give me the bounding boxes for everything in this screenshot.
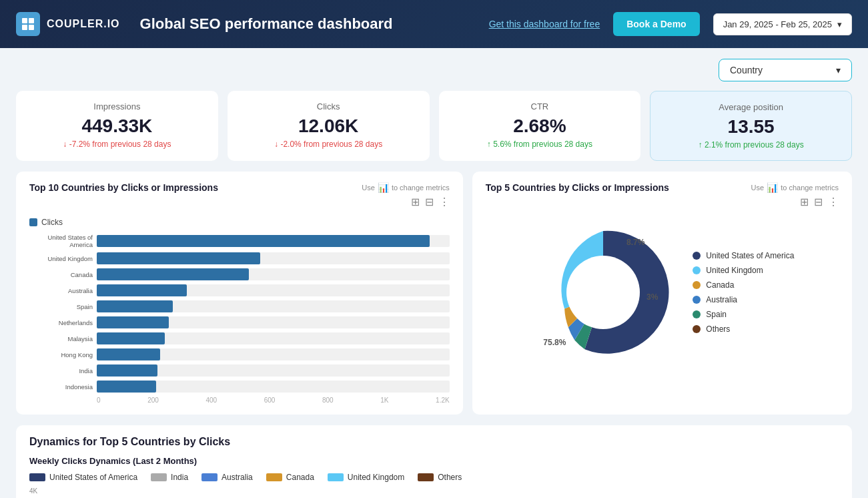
bar-fill (97, 332, 165, 344)
ctr-label: CTR (452, 101, 628, 111)
canada-legend-dot (693, 281, 701, 289)
legend-item-canada: Canada (693, 280, 794, 290)
others-legend-dot (693, 325, 701, 333)
bar-label: India (29, 367, 93, 375)
donut-label-3: 3% (646, 292, 658, 302)
bar-label: Netherlands (29, 319, 93, 326)
line-legend-item: United Kingdom (328, 473, 404, 482)
bar-row: Spain (29, 300, 450, 312)
spain-legend-label: Spain (706, 310, 727, 319)
usa-legend-dot (693, 252, 701, 260)
donut-chart-icon[interactable]: ⊞ (800, 196, 809, 208)
legend-item-others: Others (693, 324, 794, 334)
donut-area: 75.8% 8.7% 3% United States of America U… (486, 212, 839, 366)
canada-legend-label: Canada (706, 280, 734, 290)
dropdown-arrow-icon: ▾ (836, 65, 841, 75)
bar-track (97, 300, 450, 312)
donut-chart-metric-icon: 📊 (767, 182, 778, 193)
bar-fill (97, 364, 157, 377)
impressions-label: Impressions (29, 101, 205, 111)
clicks-legend-dot (29, 218, 37, 226)
svg-rect-2 (22, 25, 27, 30)
bar-track (97, 316, 450, 328)
down-arrow-icon (63, 140, 67, 149)
legend-item-australia: Australia (693, 295, 794, 304)
up-arrow-icon (487, 140, 491, 149)
bar-track (97, 332, 450, 344)
clicks-value: 12.06K (241, 115, 416, 137)
donut-label-87: 8.7% (626, 238, 644, 247)
legend-label: United States of America (49, 473, 137, 482)
down-arrow-icon-2 (274, 140, 278, 149)
bar-fill (97, 348, 160, 360)
bar-fill (97, 300, 173, 312)
charts-row: Top 10 Countries by Clicks or Impression… (16, 172, 852, 415)
book-demo-button[interactable]: Book a Demo (613, 12, 699, 36)
impressions-change: -7.2% from previous 28 days (29, 140, 205, 149)
svg-rect-0 (22, 18, 27, 23)
bar-label: United States of America (29, 234, 93, 248)
bar-track (97, 284, 450, 296)
bar-track (97, 235, 450, 247)
line-legend-item: United States of America (29, 473, 137, 482)
avg-position-card: Average position 13.55 2.1% from previou… (650, 91, 852, 161)
svg-rect-3 (29, 25, 34, 30)
bar-row: Netherlands (29, 316, 450, 328)
bar-row: Indonesia (29, 381, 450, 393)
ctr-change: 5.6% from previous 28 days (452, 140, 628, 149)
bar-track (97, 364, 450, 377)
australia-legend-label: Australia (706, 295, 737, 304)
legend-color-box (29, 473, 45, 481)
free-dashboard-link[interactable]: Get this dashboard for free (489, 19, 600, 29)
ctr-card: CTR 2.68% 5.6% from previous 28 days (439, 91, 641, 161)
legend-label: Australia (222, 473, 253, 482)
bar-row: Australia (29, 284, 450, 296)
line-legend-item: Canada (266, 473, 314, 482)
bar-fill (97, 316, 169, 328)
uk-legend-label: United Kingdom (706, 266, 763, 275)
clicks-card: Clicks 12.06K -2.0% from previous 28 day… (228, 91, 430, 161)
avg-position-change: 2.1% from previous 28 days (664, 140, 838, 150)
y-axis-label: 4K (29, 487, 839, 495)
impressions-value: 449.33K (29, 115, 205, 137)
donut-label-758: 75.8% (543, 338, 566, 347)
clicks-change: -2.0% from previous 28 days (241, 140, 416, 149)
brand-name: COUPLER.IO (47, 18, 120, 30)
date-range-selector[interactable]: Jan 29, 2025 - Feb 25, 2025 ▾ (713, 13, 852, 35)
bar-chart-metric-icon: 📊 (378, 182, 389, 193)
bar-chart-area: Clicks United States of America United K… (29, 212, 450, 404)
bar-chart-icon[interactable]: ⊞ (411, 196, 420, 208)
bar-axis: 0 200 400 600 800 1K 1.2K (97, 397, 450, 404)
date-range-value: Jan 29, 2025 - Feb 25, 2025 (723, 19, 832, 29)
bar-label: Malaysia (29, 335, 93, 342)
weekly-label: Weekly Clicks Dynamics (Last 2 Months) (29, 456, 839, 466)
bar-row: United Kingdom (29, 252, 450, 264)
legend-label: United Kingdom (348, 473, 404, 482)
others-legend-label: Others (706, 324, 730, 334)
line-chart-legend: United States of America India Australia… (29, 473, 839, 482)
donut-legend: United States of America United Kingdom … (693, 251, 794, 334)
legend-label: Canada (286, 473, 314, 482)
bar-fill (97, 284, 187, 296)
bar-label: United Kingdom (29, 255, 93, 262)
bar-track (97, 252, 450, 264)
donut-more-options-icon[interactable]: ⋮ (828, 196, 839, 208)
bar-label: Indonesia (29, 383, 93, 391)
donut-filter-icon[interactable]: ⊟ (814, 196, 823, 208)
coupler-logo-icon (16, 12, 40, 36)
bottom-title: Dynamics for Top 5 Countries by Clicks (29, 436, 839, 448)
impressions-card: Impressions 449.33K -7.2% from previous … (16, 91, 218, 161)
country-filter-dropdown[interactable]: Country ▾ (719, 59, 852, 81)
legend-label: India (171, 473, 188, 482)
bar-row: Malaysia (29, 332, 450, 344)
line-legend-item: India (151, 473, 188, 482)
clicks-legend-label: Clicks (41, 218, 63, 227)
bar-track (97, 381, 450, 393)
usa-legend-label: United States of America (706, 251, 794, 260)
bar-label: Spain (29, 303, 93, 310)
clicks-label: Clicks (241, 101, 416, 111)
line-legend-item: Australia (201, 473, 253, 482)
legend-color-box (151, 473, 167, 481)
filter-icon[interactable]: ⊟ (425, 196, 434, 208)
more-options-icon[interactable]: ⋮ (439, 196, 450, 208)
